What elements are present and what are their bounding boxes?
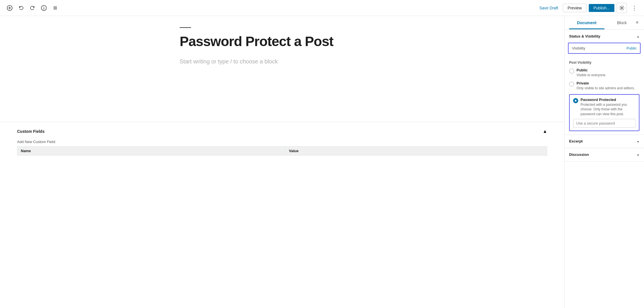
radio-private-title: Private [577,81,635,85]
radio-option-password: Password Protected Protected with a pass… [573,98,635,117]
sidebar: Document Block × Status & Visibility Vis… [564,16,644,308]
settings-button[interactable] [617,3,627,13]
radio-password-desc: Protected with a password you choose. On… [581,102,635,117]
post-title[interactable]: Password Protect a Post [180,34,385,49]
excerpt-section: Excerpt [565,135,644,148]
visibility-value-button[interactable]: Public [627,46,637,50]
excerpt-chevron [637,139,639,144]
redo-button[interactable] [27,3,38,13]
custom-fields-section: Custom Fields ▲ Add New Custom Field: Na… [0,122,564,160]
status-visibility-chevron [637,34,639,39]
password-protected-box: Password Protected Protected with a pass… [569,94,639,131]
preview-button[interactable]: Preview [563,4,587,12]
editor-content: Password Protect a Post Start writing or… [163,27,402,65]
password-input[interactable] [573,119,635,128]
custom-fields-table: Name Value [17,146,547,156]
sidebar-tabs: Document Block × [565,16,644,30]
status-visibility-title: Status & Visibility [569,34,600,38]
status-visibility-section: Status & Visibility Visibility Public Po… [565,30,644,135]
post-visibility-section: Post Visibility Public Visible to everyo… [565,57,644,135]
add-block-button[interactable] [5,3,15,13]
toolbar-right: Save Draft Preview Publish... ⋮ [537,3,639,13]
toolbar-left [5,3,535,13]
editor-placeholder[interactable]: Start writing or type / to choose a bloc… [180,58,385,65]
publish-button[interactable]: Publish... [589,4,614,12]
undo-button[interactable] [16,3,26,13]
discussion-title: Discussion [569,152,589,157]
col-value-header: Value [285,146,547,156]
custom-fields-body: Add New Custom Field: Name Value [17,136,547,156]
excerpt-title: Excerpt [569,139,583,143]
list-view-button[interactable] [50,3,60,13]
custom-fields-header[interactable]: Custom Fields ▲ [17,127,547,136]
radio-public-desc: Visible to everyone. [577,73,606,78]
post-visibility-title: Post Visibility [569,61,639,65]
radio-private[interactable] [569,82,574,87]
title-divider [180,27,191,28]
custom-fields-title: Custom Fields [17,129,44,134]
editor-area: Password Protect a Post Start writing or… [0,16,564,308]
discussion-header[interactable]: Discussion [565,148,644,161]
svg-point-9 [621,7,623,9]
radio-public-text: Public Visible to everyone. [577,68,606,78]
radio-option-private: Private Only visible to site admins and … [569,81,639,91]
discussion-section: Discussion [565,148,644,162]
radio-private-text: Private Only visible to site admins and … [577,81,635,91]
svg-point-5 [44,7,44,7]
close-sidebar-button[interactable]: × [633,18,642,27]
custom-fields-collapse-icon: ▲ [543,129,547,134]
more-options-button[interactable]: ⋮ [629,3,639,13]
radio-password-title: Password Protected [581,98,635,102]
tab-document[interactable]: Document [569,16,604,29]
visibility-label: Visibility [572,46,585,50]
radio-public-title: Public [577,68,606,72]
visibility-row-wrapper: Visibility Public [568,43,641,54]
radio-public[interactable] [569,69,574,74]
radio-private-desc: Only visible to site admins and editors. [577,86,635,91]
visibility-row: Visibility Public [572,46,637,50]
toolbar: Save Draft Preview Publish... ⋮ [0,0,644,16]
excerpt-header[interactable]: Excerpt [565,135,644,148]
radio-password[interactable] [573,98,578,103]
radio-option-public: Public Visible to everyone. [569,68,639,78]
discussion-chevron [637,152,639,157]
save-draft-button[interactable]: Save Draft [537,4,560,12]
main-layout: Password Protect a Post Start writing or… [0,16,644,308]
info-button[interactable] [39,3,49,13]
add-new-custom-field-label: Add New Custom Field: [17,140,547,144]
col-name-header: Name [17,146,286,156]
status-visibility-header[interactable]: Status & Visibility [565,30,644,43]
radio-password-text: Password Protected Protected with a pass… [581,98,635,117]
